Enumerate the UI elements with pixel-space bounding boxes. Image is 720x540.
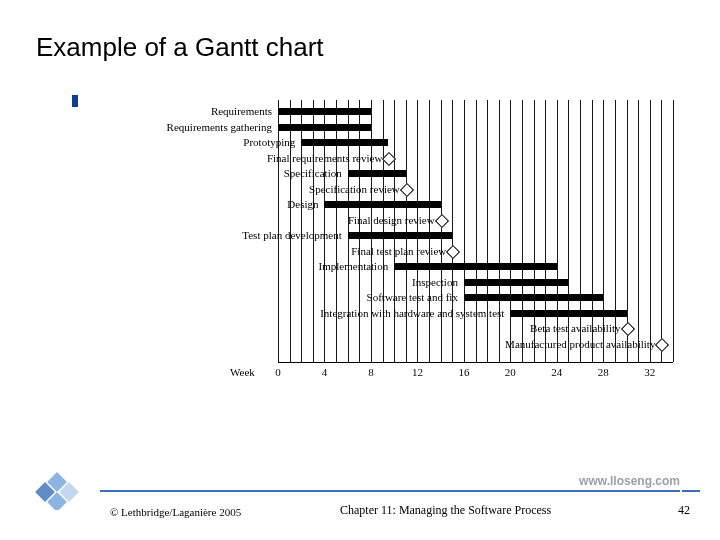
milestone-icon [655, 337, 669, 351]
task-label: Implementation [319, 260, 389, 272]
task-bar [348, 170, 406, 177]
gantt-row: Inspection [78, 275, 678, 290]
task-bar [510, 310, 626, 317]
task-label: Design [287, 198, 318, 210]
milestone-icon [446, 244, 460, 258]
task-label: Beta test availability [530, 322, 620, 334]
x-axis-label: Week [230, 366, 255, 378]
gantt-row: Software test and fix [78, 290, 678, 305]
gantt-row: Specification [78, 166, 678, 181]
gantt-row: Implementation [78, 259, 678, 274]
gantt-row: Final test plan review [78, 244, 678, 259]
gantt-row: Final design review [78, 213, 678, 228]
x-tick-label: 24 [551, 366, 562, 378]
gantt-chart: 048121620242832WeekRequirementsRequireme… [78, 100, 678, 415]
task-label: Inspection [412, 276, 458, 288]
task-label: Test plan development [242, 229, 341, 241]
x-tick-label: 0 [275, 366, 281, 378]
task-label: Prototyping [243, 136, 295, 148]
gantt-row: Integration with hardware and system tes… [78, 306, 678, 321]
page-title: Example of a Gantt chart [36, 32, 324, 63]
x-tick-label: 8 [368, 366, 374, 378]
x-axis [278, 362, 673, 363]
task-label: Software test and fix [367, 291, 458, 303]
footer-chapter: Chapter 11: Managing the Software Proces… [340, 503, 551, 518]
x-tick-label: 20 [505, 366, 516, 378]
logo-icon [18, 460, 88, 510]
task-bar [301, 139, 388, 146]
gantt-row: Specification review [78, 182, 678, 197]
x-tick-label: 12 [412, 366, 423, 378]
task-label: Integration with hardware and system tes… [320, 307, 504, 319]
gantt-row: Prototyping [78, 135, 678, 150]
task-bar [348, 232, 453, 239]
task-label: Requirements gathering [167, 121, 272, 133]
task-label: Final test plan review [351, 245, 446, 257]
task-label: Specification review [309, 183, 400, 195]
milestone-icon [620, 322, 634, 336]
x-tick-label: 16 [458, 366, 469, 378]
gantt-row: Requirements [78, 104, 678, 119]
divider [100, 490, 680, 492]
task-bar [464, 279, 569, 286]
task-label: Final design review [348, 214, 435, 226]
gantt-row: Test plan development [78, 228, 678, 243]
task-bar [278, 124, 371, 131]
x-tick-label: 4 [322, 366, 328, 378]
task-label: Requirements [211, 105, 272, 117]
task-label: Final requirements review [267, 152, 382, 164]
divider [682, 490, 700, 492]
gantt-row: Requirements gathering [78, 120, 678, 135]
task-bar [394, 263, 557, 270]
milestone-icon [400, 182, 414, 196]
milestone-icon [382, 151, 396, 165]
page-number: 42 [678, 503, 690, 518]
task-bar [464, 294, 603, 301]
task-bar [324, 201, 440, 208]
task-label: Specification [284, 167, 342, 179]
footer-url: www.lloseng.com [579, 474, 680, 488]
task-label: Manufactured product availability [505, 338, 655, 350]
milestone-icon [435, 213, 449, 227]
gantt-row: Design [78, 197, 678, 212]
gantt-row: Final requirements review [78, 151, 678, 166]
x-tick-label: 28 [598, 366, 609, 378]
footer-credit: © Lethbridge/Laganière 2005 [110, 506, 241, 518]
task-bar [278, 108, 371, 115]
x-tick-label: 32 [644, 366, 655, 378]
gantt-row: Manufactured product availability [78, 337, 678, 352]
gantt-row: Beta test availability [78, 321, 678, 336]
